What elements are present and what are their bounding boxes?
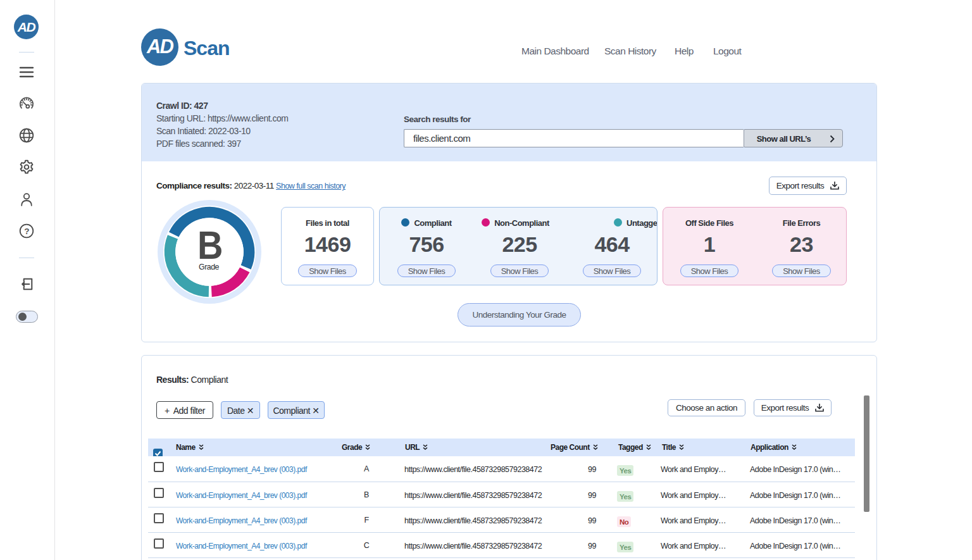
- svg-text:?: ?: [24, 227, 29, 236]
- svg-text:B: B: [197, 223, 223, 267]
- svg-text:Grade: Grade: [199, 262, 219, 271]
